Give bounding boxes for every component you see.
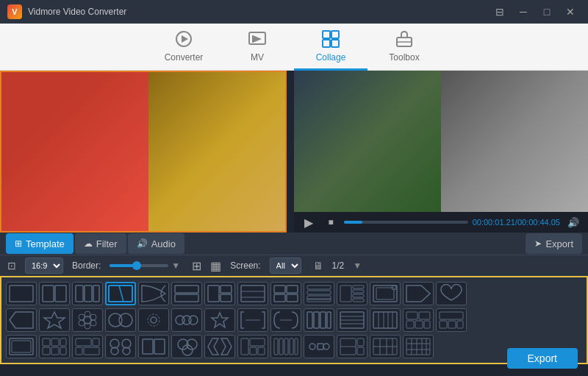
svg-rect-63 <box>320 312 326 328</box>
template-split-v4[interactable] <box>304 308 334 332</box>
template-grid-5h[interactable] <box>337 282 368 305</box>
titlebar-maximize-button[interactable]: □ <box>537 4 557 19</box>
templates-grid <box>0 276 588 364</box>
template-split-v2[interactable] <box>39 282 70 305</box>
svg-point-50 <box>90 320 96 326</box>
template-bracket-l[interactable] <box>237 308 268 332</box>
collage-icon <box>320 29 341 49</box>
titlebar-close-button[interactable]: ✕ <box>560 4 581 19</box>
hatch-icon: ▦ <box>210 259 221 273</box>
stop-button[interactable]: ■ <box>322 213 340 231</box>
template-diagonal[interactable] <box>105 282 136 305</box>
template-heart[interactable] <box>436 282 467 305</box>
svg-rect-35 <box>353 290 364 293</box>
ratio-select[interactable]: 16:9 4:3 1:1 <box>25 258 63 274</box>
border-slider[interactable] <box>110 264 168 267</box>
template-grid-5v[interactable] <box>370 308 401 332</box>
template-gear[interactable] <box>138 308 169 332</box>
page-dropdown-icon: ▼ <box>353 260 362 271</box>
template-squares-2[interactable] <box>138 335 169 358</box>
svg-rect-77 <box>415 321 423 328</box>
template-split-v5[interactable] <box>270 335 301 358</box>
border-label: Border: <box>72 260 101 271</box>
export-tab-button[interactable]: ➤ Export <box>526 233 582 254</box>
template-single[interactable] <box>6 282 37 305</box>
template-arrow-r[interactable] <box>403 282 434 305</box>
template-circles-3b[interactable] <box>171 335 202 358</box>
converter-icon <box>173 29 194 49</box>
tab-mv[interactable]: MV <box>220 24 294 71</box>
template-arrows-lr[interactable] <box>204 335 235 358</box>
screen-select[interactable]: All 1 2 <box>270 258 301 274</box>
svg-rect-18 <box>175 294 198 302</box>
svg-rect-30 <box>307 291 331 294</box>
template-grid-h4[interactable] <box>337 308 368 332</box>
template-grid-6[interactable] <box>403 308 434 332</box>
template-double-frame[interactable] <box>370 282 401 305</box>
svg-marker-58 <box>212 313 228 327</box>
left-side <box>0 71 294 233</box>
template-grid-8[interactable] <box>370 335 401 358</box>
filter-tab-button[interactable]: ☁ Filter <box>75 233 126 254</box>
template-row-3 <box>6 335 582 358</box>
template-star-outline[interactable] <box>204 308 235 332</box>
progress-bar[interactable] <box>344 221 468 224</box>
tab-toolbox[interactable]: Toolbox <box>368 24 441 71</box>
svg-point-115 <box>309 344 315 350</box>
play-button[interactable]: ▶ <box>300 213 318 231</box>
export-main-button[interactable]: Export <box>507 348 578 369</box>
template-row-1 <box>6 282 582 305</box>
content-wrapper: ▶ ■ 00:00:01.21/00:00:44.05 🔊 ⊞ Template… <box>0 71 588 376</box>
filter-icon: ☁ <box>84 238 93 249</box>
template-grid-2x2a[interactable] <box>270 282 301 305</box>
template-curved-l[interactable] <box>138 282 169 305</box>
template-grid-h3[interactable] <box>237 282 268 305</box>
template-split-v3[interactable] <box>204 282 235 305</box>
svg-rect-6 <box>331 40 339 47</box>
template-arrow-box[interactable] <box>6 308 37 332</box>
svg-rect-99 <box>143 339 153 354</box>
svg-rect-89 <box>51 347 59 355</box>
svg-rect-33 <box>340 285 351 302</box>
template-grid-2x3[interactable] <box>39 335 70 358</box>
template-bracket-c[interactable] <box>270 308 301 332</box>
titlebar-minimize-button[interactable]: ─ <box>513 4 534 19</box>
svg-rect-112 <box>284 338 288 355</box>
svg-point-95 <box>110 339 119 348</box>
template-grid-mix3[interactable] <box>337 335 368 358</box>
template-circles-4[interactable] <box>105 335 136 358</box>
audio-tab-button[interactable]: 🔊 Audio <box>128 233 184 254</box>
template-wide-1[interactable] <box>171 282 202 305</box>
svg-rect-3 <box>323 31 330 38</box>
template-tab-button[interactable]: ⊞ Template <box>6 233 74 254</box>
svg-point-51 <box>109 313 122 327</box>
template-grid-4h[interactable] <box>304 282 334 305</box>
right-side: ▶ ■ 00:00:01.21/00:00:44.05 🔊 <box>294 71 588 233</box>
tab-mv-label: MV <box>251 52 264 63</box>
titlebar-menu1-button[interactable]: ⊟ <box>490 4 510 19</box>
template-grid-9[interactable] <box>403 335 434 358</box>
template-grid-mix1[interactable] <box>72 335 103 358</box>
svg-rect-87 <box>60 338 66 346</box>
tab-collage[interactable]: Collage <box>294 24 368 71</box>
template-grid-mix2[interactable] <box>237 335 268 358</box>
template-grid-7[interactable] <box>436 308 467 332</box>
filter-tab-label: Filter <box>96 238 118 249</box>
navbar: Converter MV Collage Toolbox <box>0 24 588 71</box>
screen-label: Screen: <box>230 260 260 271</box>
template-circles-3[interactable] <box>171 308 202 332</box>
template-border-box[interactable] <box>6 335 37 358</box>
audio-icon: 🔊 <box>137 238 148 249</box>
border-slider-thumb[interactable] <box>132 261 141 270</box>
template-star[interactable] <box>39 308 70 332</box>
template-split-h3[interactable] <box>72 282 103 305</box>
template-dots-mix[interactable] <box>304 335 334 358</box>
template-flower[interactable] <box>72 308 103 332</box>
tab-converter[interactable]: Converter <box>147 24 220 71</box>
volume-button[interactable]: 🔊 <box>564 213 582 231</box>
right-cell-1 <box>294 71 441 212</box>
toolbox-icon <box>394 29 415 49</box>
svg-marker-105 <box>221 338 232 355</box>
export-tab-label: Export <box>545 238 573 249</box>
template-circles-2[interactable] <box>105 308 136 332</box>
